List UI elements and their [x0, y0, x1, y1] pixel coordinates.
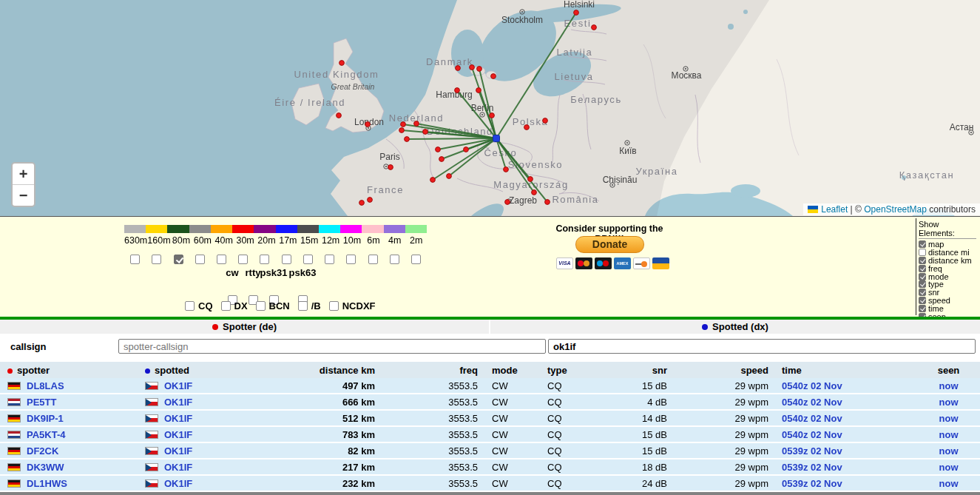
spotter-dot[interactable] — [365, 122, 371, 127]
spotted-link[interactable]: OK1IF — [164, 413, 192, 424]
type-checkbox-/B[interactable] — [298, 301, 308, 311]
leaflet-link[interactable]: Leaflet — [821, 204, 848, 215]
spotter-dot[interactable] — [399, 128, 405, 133]
spotter-dot[interactable] — [439, 157, 445, 162]
band-checkbox-4m[interactable] — [390, 255, 399, 264]
spotter-dot[interactable] — [447, 174, 452, 179]
type-checkbox-BCN[interactable] — [256, 301, 266, 311]
time-link[interactable]: 0540z 02 Nov — [782, 429, 842, 440]
time-link[interactable]: 0540z 02 Nov — [782, 380, 842, 391]
spotter-link[interactable]: PE5TT — [27, 397, 56, 408]
spotter-dot[interactable] — [368, 198, 373, 203]
zoom-out-button[interactable]: − — [13, 184, 34, 206]
spotter-dot[interactable] — [476, 88, 481, 93]
spotter-dot[interactable] — [490, 113, 495, 118]
spotter-dot[interactable] — [423, 129, 428, 135]
spotted-link[interactable]: OK1IF — [164, 380, 192, 391]
spotter-dot[interactable] — [388, 165, 393, 170]
seen-link[interactable]: now — [939, 380, 959, 391]
spotter-dot[interactable] — [456, 66, 461, 71]
seen-link[interactable]: now — [939, 413, 959, 424]
seen-link[interactable]: now — [939, 462, 959, 473]
spotter-dot[interactable] — [491, 74, 496, 79]
time-link[interactable]: 0539z 02 Nov — [782, 478, 842, 489]
spotted-link[interactable]: OK1IF — [164, 445, 192, 457]
spotted-link[interactable]: OK1IF — [164, 478, 192, 489]
donate-button[interactable]: Donate — [575, 236, 644, 253]
map[interactable]: HelsinkiStockholmEestiLatvijaLietuvaМоск… — [0, 0, 980, 217]
band-checkbox-60m[interactable] — [195, 255, 205, 264]
seen-link[interactable]: now — [939, 478, 959, 489]
time-link[interactable]: 0539z 02 Nov — [782, 462, 842, 473]
spotter-callsign-input[interactable] — [118, 339, 546, 354]
band-checkbox-2m[interactable] — [411, 255, 421, 264]
type-checkbox-CQ[interactable] — [185, 301, 195, 311]
spotter-dot[interactable] — [505, 200, 510, 205]
spotter-dot[interactable] — [359, 201, 365, 206]
show-element-checkbox-freq[interactable] — [919, 265, 926, 272]
zoom-in-button[interactable]: + — [13, 164, 34, 184]
spotter-dot[interactable] — [532, 190, 537, 195]
spotter-link[interactable]: DL1HWS — [27, 478, 67, 489]
type-checkbox-NCDXF[interactable] — [329, 301, 339, 311]
show-element-checkbox-speed[interactable] — [919, 297, 926, 304]
spotter-dot[interactable] — [470, 65, 475, 70]
spotter-dot[interactable] — [339, 61, 345, 66]
spotter-link[interactable]: PA5KT-4 — [27, 429, 66, 440]
spotter-cell: PE5TT — [0, 394, 141, 410]
time-link[interactable]: 0539z 02 Nov — [782, 445, 842, 457]
spotted-link[interactable]: OK1IF — [164, 397, 192, 408]
show-element-checkbox-distance-mi[interactable] — [919, 249, 926, 256]
band-checkbox-30m[interactable] — [238, 255, 248, 264]
type-checkbox-DX[interactable] — [221, 301, 231, 311]
spotter-dot[interactable] — [414, 121, 419, 127]
show-element-checkbox-distance-km[interactable] — [919, 257, 926, 264]
band-checkbox-12m[interactable] — [325, 255, 334, 264]
spotter-link[interactable]: DK3WW — [27, 462, 64, 473]
band-checkbox-17m[interactable] — [282, 255, 291, 264]
seen-link[interactable]: now — [939, 445, 959, 457]
band-checkbox-15m[interactable] — [303, 255, 313, 264]
show-element-checkbox-mode[interactable] — [919, 273, 926, 280]
spotted-callsign-input[interactable] — [548, 339, 976, 354]
spotter-dot[interactable] — [464, 147, 469, 152]
spotter-dot[interactable] — [430, 178, 436, 183]
spotter-link[interactable]: DF2CK — [27, 445, 58, 457]
dx-station-marker[interactable] — [493, 135, 500, 142]
time-link[interactable]: 0540z 02 Nov — [782, 397, 842, 408]
band-checkbox-160m[interactable] — [152, 255, 161, 264]
show-element-checkbox-time[interactable] — [919, 305, 926, 312]
spotter-dot[interactable] — [592, 25, 597, 30]
dx-marker[interactable] — [493, 135, 500, 142]
spotted-link[interactable]: OK1IF — [164, 429, 192, 440]
speed-cell: 29 wpm — [672, 394, 773, 410]
spotter-link[interactable]: DL8LAS — [27, 380, 64, 391]
spotter-dot[interactable] — [337, 113, 342, 118]
spotter-dot[interactable] — [545, 200, 550, 205]
spotted-link[interactable]: OK1IF — [164, 462, 192, 473]
osm-link[interactable]: OpenStreetMap — [864, 204, 927, 215]
spotter-dot[interactable] — [528, 177, 533, 182]
spotter-dot[interactable] — [455, 88, 460, 93]
band-checkbox-80m[interactable] — [174, 255, 183, 264]
show-element-checkbox-snr[interactable] — [919, 289, 926, 296]
spotter-dot[interactable] — [504, 167, 509, 172]
band-checkbox-630m[interactable] — [130, 255, 140, 264]
seen-link[interactable]: now — [939, 429, 959, 440]
spotter-dot[interactable] — [524, 125, 530, 130]
spotter-dot[interactable] — [436, 147, 441, 152]
band-checkbox-40m[interactable] — [217, 255, 226, 264]
show-element-checkbox-map[interactable] — [919, 240, 926, 248]
time-link[interactable]: 0540z 02 Nov — [782, 413, 842, 424]
spotter-dot[interactable] — [477, 67, 482, 72]
spotter-dot[interactable] — [574, 10, 579, 16]
spotter-dot[interactable] — [401, 122, 406, 127]
seen-link[interactable]: now — [939, 397, 959, 408]
spotter-dot[interactable] — [543, 118, 548, 124]
band-checkbox-6m[interactable] — [368, 255, 378, 264]
band-checkbox-10m[interactable] — [346, 255, 356, 264]
show-element-checkbox-type[interactable] — [919, 280, 926, 288]
spotter-link[interactable]: DK9IP-1 — [27, 413, 64, 424]
band-checkbox-20m[interactable] — [260, 255, 269, 264]
spotter-dot[interactable] — [405, 137, 410, 142]
